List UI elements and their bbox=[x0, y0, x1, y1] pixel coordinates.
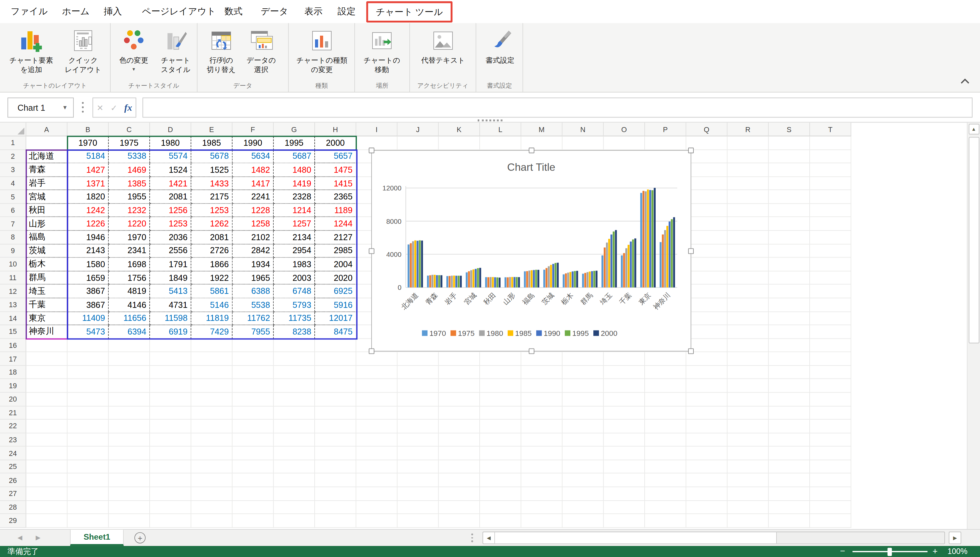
cell-G7[interactable]: 1257 bbox=[274, 217, 315, 231]
cell-Q22[interactable] bbox=[686, 420, 728, 433]
cell-F2[interactable]: 5634 bbox=[233, 150, 274, 163]
cell-O21[interactable] bbox=[604, 406, 645, 420]
cell-Q19[interactable] bbox=[686, 379, 728, 393]
cell-D3[interactable]: 1524 bbox=[150, 163, 191, 177]
cell-D8[interactable]: 2036 bbox=[150, 231, 191, 244]
cell-S4[interactable] bbox=[769, 177, 810, 190]
column-header-S[interactable]: S bbox=[769, 123, 810, 137]
cell-B4[interactable]: 1371 bbox=[68, 177, 109, 190]
cell-C6[interactable]: 1232 bbox=[109, 204, 150, 217]
cell-T26[interactable] bbox=[810, 474, 851, 487]
menu-item-2[interactable]: ホーム bbox=[62, 6, 90, 18]
cell-A16[interactable] bbox=[26, 339, 68, 352]
vertical-scrollbar-thumb[interactable] bbox=[968, 137, 979, 344]
ribbon-button-change-colors[interactable]: 色の変更▼ bbox=[113, 26, 155, 72]
cell-H15[interactable]: 8475 bbox=[315, 325, 356, 339]
cell-M25[interactable] bbox=[521, 460, 563, 474]
cell-Q5[interactable] bbox=[686, 191, 728, 204]
cell-P29[interactable] bbox=[645, 514, 686, 528]
cancel-icon[interactable]: ✕ bbox=[97, 103, 103, 112]
cell-A18[interactable] bbox=[26, 366, 68, 379]
cell-A19[interactable] bbox=[26, 379, 68, 393]
cell-C26[interactable] bbox=[109, 474, 150, 487]
cell-G16[interactable] bbox=[274, 339, 315, 352]
select-all-corner[interactable] bbox=[0, 123, 26, 137]
cell-R7[interactable] bbox=[728, 217, 769, 231]
cell-T29[interactable] bbox=[810, 514, 851, 528]
cell-H28[interactable] bbox=[315, 501, 356, 514]
cell-B2[interactable]: 5184 bbox=[68, 150, 109, 163]
cell-O19[interactable] bbox=[604, 379, 645, 393]
cell-S1[interactable] bbox=[769, 137, 810, 150]
cell-S18[interactable] bbox=[769, 366, 810, 379]
column-header-B[interactable]: B bbox=[68, 123, 109, 137]
cell-R29[interactable] bbox=[728, 514, 769, 528]
cell-M20[interactable] bbox=[521, 393, 563, 406]
column-header-I[interactable]: I bbox=[356, 123, 398, 137]
cell-B5[interactable]: 1820 bbox=[68, 191, 109, 204]
cell-F9[interactable]: 2842 bbox=[233, 244, 274, 257]
cell-H22[interactable] bbox=[315, 420, 356, 433]
cell-F6[interactable]: 1228 bbox=[233, 204, 274, 217]
cell-A20[interactable] bbox=[26, 393, 68, 406]
cell-K25[interactable] bbox=[439, 460, 480, 474]
cell-T14[interactable] bbox=[810, 312, 851, 325]
cell-Q7[interactable] bbox=[686, 217, 728, 231]
cell-Q25[interactable] bbox=[686, 460, 728, 474]
cell-P22[interactable] bbox=[645, 420, 686, 433]
cell-R26[interactable] bbox=[728, 474, 769, 487]
cell-R1[interactable] bbox=[728, 137, 769, 150]
cell-H16[interactable] bbox=[315, 339, 356, 352]
cell-N19[interactable] bbox=[563, 379, 604, 393]
cell-B22[interactable] bbox=[68, 420, 109, 433]
row-header-6[interactable]: 6 bbox=[0, 204, 26, 217]
cell-Q13[interactable] bbox=[686, 298, 728, 311]
cell-R2[interactable] bbox=[728, 150, 769, 163]
cell-R9[interactable] bbox=[728, 244, 769, 257]
row-header-26[interactable]: 26 bbox=[0, 474, 26, 487]
cell-I21[interactable] bbox=[356, 406, 398, 420]
cell-K29[interactable] bbox=[439, 514, 480, 528]
cell-Q28[interactable] bbox=[686, 501, 728, 514]
cell-R16[interactable] bbox=[728, 339, 769, 352]
prev-sheet-icon[interactable]: ◀ bbox=[18, 534, 22, 541]
cell-K28[interactable] bbox=[439, 501, 480, 514]
menu-item-1[interactable]: ファイル bbox=[11, 6, 48, 18]
cell-D11[interactable]: 1849 bbox=[150, 271, 191, 285]
cell-O28[interactable] bbox=[604, 501, 645, 514]
cell-A15[interactable]: 神奈川 bbox=[26, 325, 68, 339]
cell-I24[interactable] bbox=[356, 446, 398, 460]
cell-S28[interactable] bbox=[769, 501, 810, 514]
cell-E9[interactable]: 2726 bbox=[191, 244, 233, 257]
row-header-18[interactable]: 18 bbox=[0, 366, 26, 379]
sheet-tab-sheet1[interactable]: Sheet1 bbox=[70, 530, 124, 546]
cell-D19[interactable] bbox=[150, 379, 191, 393]
cell-D16[interactable] bbox=[150, 339, 191, 352]
cell-F17[interactable] bbox=[233, 352, 274, 366]
cell-G26[interactable] bbox=[274, 474, 315, 487]
cell-E18[interactable] bbox=[191, 366, 233, 379]
row-header-19[interactable]: 19 bbox=[0, 379, 26, 393]
cell-C19[interactable] bbox=[109, 379, 150, 393]
column-header-E[interactable]: E bbox=[191, 123, 233, 137]
menu-item-3[interactable]: 挿入 bbox=[104, 6, 122, 18]
cell-T25[interactable] bbox=[810, 460, 851, 474]
scroll-up-button[interactable]: ▲ bbox=[968, 124, 979, 134]
cell-T12[interactable] bbox=[810, 285, 851, 298]
cell-R22[interactable] bbox=[728, 420, 769, 433]
cell-M23[interactable] bbox=[521, 433, 563, 446]
cell-B12[interactable]: 3867 bbox=[68, 285, 109, 298]
cell-S16[interactable] bbox=[769, 339, 810, 352]
cell-L18[interactable] bbox=[480, 366, 521, 379]
cell-J29[interactable] bbox=[398, 514, 439, 528]
column-header-O[interactable]: O bbox=[604, 123, 645, 137]
cell-S7[interactable] bbox=[769, 217, 810, 231]
row-header-13[interactable]: 13 bbox=[0, 298, 26, 311]
cell-L22[interactable] bbox=[480, 420, 521, 433]
cell-D17[interactable] bbox=[150, 352, 191, 366]
cell-G15[interactable]: 8238 bbox=[274, 325, 315, 339]
menu-item-5[interactable]: 数式 bbox=[224, 6, 242, 18]
cell-T8[interactable] bbox=[810, 231, 851, 244]
cell-E2[interactable]: 5678 bbox=[191, 150, 233, 163]
cell-G22[interactable] bbox=[274, 420, 315, 433]
